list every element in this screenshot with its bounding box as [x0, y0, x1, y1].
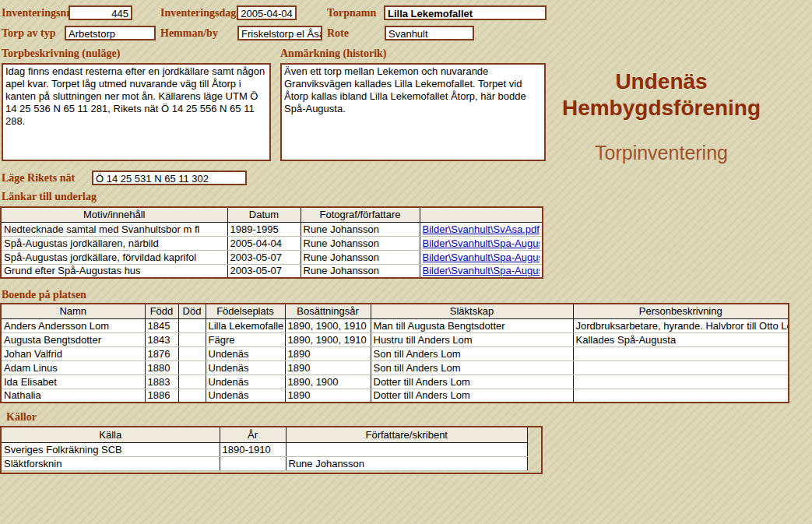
personbeskrivning-cell: [573, 389, 789, 403]
lankar-table: Motiv/innehåll Datum Fotograf/författare…: [0, 206, 543, 279]
fotograf-cell: Rune Johansson: [301, 250, 420, 264]
boende-col-bosattningsar: Bosättningsår: [285, 304, 371, 318]
personbeskrivning-cell: [573, 360, 789, 375]
bosattningsar-cell: 1890: [285, 346, 371, 360]
lage-rikets-nat-input[interactable]: Ö 14 25 531 N 65 11 302: [92, 171, 247, 185]
datum-cell: 2003-05-07: [227, 264, 301, 278]
lankar-heading: Länkar till underlag: [2, 191, 97, 203]
namn-cell: Ida Elisabet: [1, 375, 145, 389]
namn-cell: Augusta Bengtsdotter: [1, 332, 145, 346]
namn-cell: Adam Linus: [1, 360, 145, 375]
motiv-cell: Spå-Augustas jordkällare, förvildad kapr…: [1, 250, 227, 264]
ar-cell: 1890-1910: [220, 442, 286, 456]
kalla-cell: Sveriges Folkräkning SCB: [2, 442, 220, 456]
slaktskap-cell: Dotter till Anders Lom: [371, 389, 573, 403]
forfattare-cell: [286, 442, 528, 456]
dod-cell: [178, 332, 206, 346]
boende-header-row: Namn Född Död Födelseplats Bosättningsår…: [1, 304, 789, 318]
dod-cell: [178, 346, 206, 360]
fodd-cell: 1886: [145, 389, 178, 403]
datum-cell: 2003-05-07: [227, 250, 301, 264]
inventeringsdag-label: Inventeringsdag: [160, 7, 236, 19]
inventeringsdag-input[interactable]: 2005-04-04: [237, 5, 297, 20]
bosattningsar-cell: 1890, 1900, 1910: [285, 318, 371, 332]
motiv-cell: Nedtecknade samtal med Svanhultsbor m fl: [1, 222, 227, 236]
anmarkning-textbox[interactable]: Även ett torp mellan Lekemon och nuvaran…: [280, 63, 546, 161]
torpbeskrivning-heading: Torpbeskrivning (nuläge): [2, 47, 120, 60]
namn-cell: Anders Andersson Lom: [1, 318, 145, 332]
fodelseplats-cell: Undenäs: [206, 360, 285, 375]
torpbeskrivning-textbox[interactable]: Idag finns endast resterna efter en jord…: [2, 63, 271, 161]
page-subtitle: Torpinventering: [554, 142, 768, 164]
table-row: Spå-Augustas jordkällaren, närbild 2005-…: [1, 236, 543, 250]
bilder-link[interactable]: Bilder\Svanhult\SvAsa.pdf: [423, 223, 540, 235]
fotograf-cell: Rune Johansson: [301, 264, 420, 278]
lankar-col-datum: Datum: [227, 207, 301, 222]
namn-cell: Johan Valfrid: [1, 346, 145, 360]
bosattningsar-cell: 1890: [285, 360, 371, 375]
fodelseplats-cell: Undenäs: [206, 375, 285, 389]
personbeskrivning-cell: [573, 346, 789, 360]
table-row: Grund efter Spå-Augustas hus 2003-05-07 …: [1, 264, 543, 278]
anmarkning-heading: Anmärkning (historik): [280, 47, 387, 60]
kallor-frame: Källa År Författare/skribent Sveriges Fo…: [0, 426, 543, 474]
rote-label: Rote: [327, 27, 349, 40]
namn-cell: Nathalia: [1, 389, 145, 403]
boende-col-namn: Namn: [1, 304, 145, 318]
forfattare-cell: Rune Johansson: [286, 456, 528, 470]
table-row: Sveriges Folkräkning SCB 1890-1910: [2, 442, 528, 456]
table-row: Nedtecknade samtal med Svanhultsbor m fl…: [1, 222, 543, 236]
fodelseplats-cell: Undenäs: [206, 389, 285, 403]
table-row: Anders Andersson Lom 1845 Lilla Lekemofa…: [1, 318, 789, 332]
table-row: Johan Valfrid 1876 Undenäs 1890 Son till…: [1, 346, 789, 360]
org-title: Undenäs Hembygdsförening: [554, 69, 768, 121]
torpnamn-input[interactable]: Lilla Lekemofallet: [384, 5, 547, 20]
inventeringsnr-input[interactable]: 445: [69, 5, 132, 20]
fodd-cell: 1843: [145, 332, 178, 346]
bilder-link[interactable]: Bilder\Svanhult\Spa-Augus: [423, 237, 540, 249]
table-row: Ida Elisabet 1883 Undenäs 1890, 1900 Dot…: [1, 375, 789, 389]
boende-table: Namn Född Död Födelseplats Bosättningsår…: [0, 303, 789, 403]
kallor-col-kalla: Källa: [2, 427, 220, 442]
motiv-cell: Grund efter Spå-Augustas hus: [1, 264, 227, 278]
kalla-cell: Släktforsknin: [2, 456, 220, 470]
slaktskap-cell: Dotter till Anders Lom: [371, 375, 573, 389]
lankar-col-motiv: Motiv/innehåll: [1, 207, 227, 222]
kallor-col-forfattare: Författare/skribent: [286, 427, 528, 442]
torp-av-typ-input[interactable]: Arbetstorp: [65, 26, 156, 40]
kallor-heading: Källor: [6, 411, 37, 424]
rote-input[interactable]: Svanhult: [385, 26, 474, 40]
lankar-header-row: Motiv/innehåll Datum Fotograf/författare: [1, 207, 543, 222]
fodd-cell: 1880: [145, 360, 178, 375]
dod-cell: [178, 318, 206, 332]
motiv-cell: Spå-Augustas jordkällaren, närbild: [1, 236, 227, 250]
table-row: Adam Linus 1880 Undenäs 1890 Son till An…: [1, 360, 789, 375]
boende-col-personbeskrivning: Personbeskrivning: [573, 304, 789, 318]
slaktskap-cell: Hustru till Anders Lom: [371, 332, 573, 346]
boende-heading: Boende på platsen: [2, 289, 86, 301]
table-row: Släktforsknin Rune Johansson: [2, 456, 528, 470]
table-row: Nathalia 1886 Undenäs 1890 Dotter till A…: [1, 389, 789, 403]
bilder-link[interactable]: Bilder\Svanhult\Spa-Augus: [423, 251, 540, 263]
bilder-link[interactable]: Bilder\Svanhult\Spa-Augus: [423, 265, 540, 276]
boende-col-fodd: Född: [145, 304, 178, 318]
fodd-cell: 1883: [145, 375, 178, 389]
boende-col-dod: Död: [178, 304, 206, 318]
inventeringsnr-label: Inventeringsnr: [2, 7, 71, 19]
hemman-by-input[interactable]: Friskelstorp el Åsa: [237, 26, 322, 40]
fodelseplats-cell: Undenäs: [206, 346, 285, 360]
bosattningsar-cell: 1890, 1900, 1910: [285, 332, 371, 346]
table-row: Augusta Bengtsdotter 1843 Fägre 1890, 19…: [1, 332, 789, 346]
torpnamn-label: Torpnamn: [327, 7, 376, 19]
kallor-table: Källa År Författare/skribent Sveriges Fo…: [2, 427, 528, 471]
personbeskrivning-cell: Kallades Spå-Augusta: [573, 332, 789, 346]
personbeskrivning-cell: [573, 375, 789, 389]
table-row: Spå-Augustas jordkällare, förvildad kapr…: [1, 250, 543, 264]
hemman-by-label: Hemman/by: [160, 27, 218, 40]
fodd-cell: 1845: [145, 318, 178, 332]
fodd-cell: 1876: [145, 346, 178, 360]
lankar-col-fotograf: Fotograf/författare: [301, 207, 420, 222]
bosattningsar-cell: 1890, 1900: [285, 375, 371, 389]
datum-cell: 1989-1995: [227, 222, 301, 236]
slaktskap-cell: Man till Augusta Bengtsdotter: [371, 318, 573, 332]
